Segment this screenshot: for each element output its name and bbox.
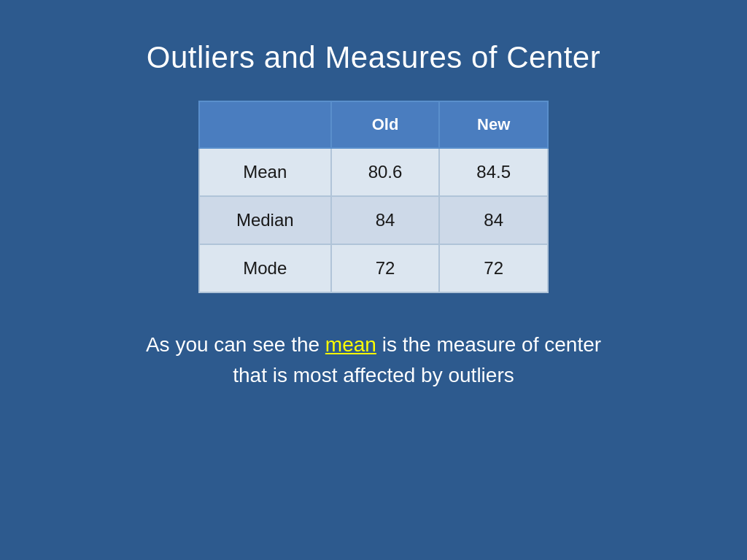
- bottom-text-part2: is the measure of center: [376, 333, 601, 356]
- table-row-mode: Mode 72 72: [199, 244, 548, 292]
- data-table-container: Old New Mean 80.6 84.5 Median 84 84 Mode…: [198, 101, 549, 293]
- table-cell-mean-new: 84.5: [439, 148, 548, 196]
- table-cell-mean-label: Mean: [199, 148, 331, 196]
- bottom-text-part1: As you can see the: [146, 333, 325, 356]
- table-cell-mode-new: 72: [439, 244, 548, 292]
- table-cell-median-new: 84: [439, 196, 548, 244]
- table-row-mean: Mean 80.6 84.5: [199, 148, 548, 196]
- bottom-text: As you can see the mean is the measure o…: [102, 330, 645, 391]
- table-row-median: Median 84 84: [199, 196, 548, 244]
- table-header-old: Old: [331, 101, 440, 148]
- mean-highlight: mean: [325, 333, 376, 356]
- table-cell-mode-old: 72: [331, 244, 440, 292]
- bottom-text-line2: that is most affected by outliers: [233, 364, 514, 386]
- table-header-row: Old New: [199, 101, 548, 148]
- table-cell-median-label: Median: [199, 196, 331, 244]
- table-header-new: New: [439, 101, 548, 148]
- slide-title: Outliers and Measures of Center: [147, 40, 600, 75]
- measures-table: Old New Mean 80.6 84.5 Median 84 84 Mode…: [198, 101, 549, 293]
- table-header-empty: [199, 101, 331, 148]
- table-cell-median-old: 84: [331, 196, 440, 244]
- table-cell-mean-old: 80.6: [331, 148, 440, 196]
- table-cell-mode-label: Mode: [199, 244, 331, 292]
